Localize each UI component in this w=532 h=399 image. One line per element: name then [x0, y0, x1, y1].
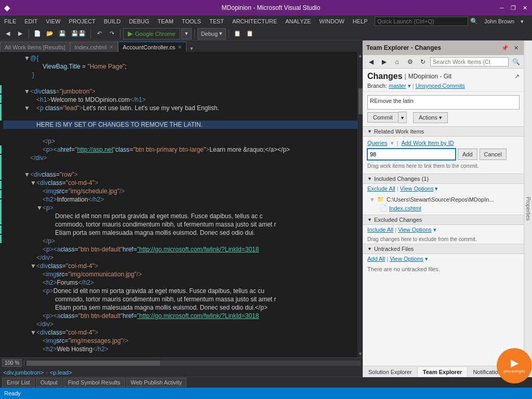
run-button[interactable]: ▶ Google Chrome — [123, 28, 180, 39]
save-all-button[interactable]: 💾💾 — [69, 28, 88, 39]
work-item-id-input[interactable] — [367, 149, 456, 160]
attach-button[interactable]: 📋 — [232, 28, 243, 39]
user-menu-button[interactable]: ▾ — [516, 16, 528, 27]
menu-tools[interactable]: TOOLS — [178, 16, 205, 27]
tab-index-cshtml[interactable]: Index.cshtml ✕ — [70, 42, 118, 52]
commit-button[interactable]: Commit — [367, 112, 398, 123]
te-pin-button[interactable]: 📌 — [500, 44, 510, 52]
zoom-level[interactable]: 100 % — [2, 359, 22, 367]
branch-dropdown-icon[interactable]: ▾ — [408, 83, 411, 89]
new-file-button[interactable]: 📄 — [32, 28, 43, 39]
te-settings-button[interactable]: ⚙ — [404, 57, 416, 67]
te-home-button[interactable]: ⌂ — [391, 57, 403, 67]
file-name-label[interactable]: Index.cshtml — [389, 205, 421, 211]
menu-project[interactable]: PROJECT — [64, 16, 99, 27]
expand-icon[interactable]: ▼ — [24, 104, 30, 112]
menu-analyze[interactable]: ANALYZE — [281, 16, 315, 27]
menu-test[interactable]: TEST — [205, 16, 228, 27]
tab-account-close-icon[interactable]: ✕ — [178, 44, 182, 50]
output-tab[interactable]: Output — [36, 378, 62, 387]
te-search-button[interactable]: 🔍 — [510, 57, 522, 67]
expand-icon[interactable]: ▼ — [24, 87, 30, 96]
unsynced-commits-link[interactable]: Unsynced Commits — [416, 83, 465, 89]
menu-architecture[interactable]: ARCHITECTURE — [228, 16, 281, 27]
queries-link[interactable]: Queries — [367, 140, 388, 147]
add-work-item-button[interactable]: Add — [458, 149, 477, 160]
restore-button[interactable]: ❐ — [508, 3, 518, 12]
expand-tree-icon[interactable]: ▼ — [369, 196, 375, 203]
breadcrumb-jumbotron[interactable]: <div.jumbotron> — [3, 369, 44, 376]
open-button[interactable]: 📂 — [44, 28, 56, 39]
te-forward-button[interactable]: ▶ — [378, 57, 390, 67]
te-search-input[interactable] — [430, 57, 509, 66]
menu-help[interactable]: HELP — [349, 16, 372, 27]
excluded-changes-header[interactable]: ▼ Excluded Changes — [363, 215, 524, 225]
web-publish-tab[interactable]: Web Publish Activity — [126, 378, 187, 387]
scroll-thumb[interactable] — [358, 88, 363, 114]
code-editor[interactable]: ▼ @{ ViewBag.Title = "Home Page"; } — [3, 52, 357, 357]
expand-icon[interactable]: ▼ — [30, 262, 36, 270]
expand-icon[interactable]: ▼ — [36, 204, 43, 212]
commit-message-input[interactable]: REmove the latin — [367, 95, 520, 110]
error-list-tab[interactable]: Error List — [2, 378, 35, 387]
undo-button[interactable]: ↶ — [94, 28, 105, 39]
tab-more-button[interactable]: ▾ — [187, 45, 197, 52]
cancel-work-item-button[interactable]: Cancel — [480, 149, 507, 160]
view-options-arrow-icon[interactable]: ▾ — [435, 185, 438, 192]
forward-button[interactable]: ▶ — [15, 28, 26, 39]
menu-view[interactable]: VIEW — [42, 16, 64, 27]
team-explorer-tab[interactable]: Team Explorer — [418, 367, 468, 377]
actions-button[interactable]: Actions ▾ — [413, 112, 448, 123]
te-refresh-button[interactable]: ↻ — [417, 57, 429, 67]
menu-debug[interactable]: DEBUG — [125, 16, 153, 27]
menu-file[interactable]: FILE — [0, 16, 20, 27]
branch-link[interactable]: master — [389, 83, 406, 89]
scroll-track[interactable] — [358, 59, 363, 350]
commit-dropdown-button[interactable]: ▾ — [398, 112, 407, 123]
quick-launch-input[interactable] — [375, 17, 468, 26]
minimize-button[interactable]: ─ — [497, 3, 507, 12]
te-expand-icon[interactable]: ↗ — [514, 73, 520, 80]
menu-edit[interactable]: EDIT — [20, 16, 42, 27]
config-dropdown[interactable]: Debug ▾ — [197, 28, 226, 39]
expand-icon[interactable]: ▼ — [30, 179, 36, 187]
close-button[interactable]: ✕ — [520, 3, 530, 12]
tab-work-items[interactable]: All Work Items [Results] — [0, 42, 70, 52]
file-item[interactable]: 📄 Index.cshtml — [367, 204, 520, 212]
menu-build[interactable]: BUILD — [100, 16, 125, 27]
hscroll-thumb[interactable] — [26, 361, 160, 366]
view-options-3-arrow-icon[interactable]: ▾ — [425, 256, 428, 262]
related-work-items-header[interactable]: ▼ Related Work Items — [363, 126, 524, 137]
tab-index-close-icon[interactable]: ✕ — [109, 44, 113, 50]
breadcrumb-lead[interactable]: <p.lead> — [50, 369, 72, 376]
view-options-link-2[interactable]: View Options — [398, 227, 432, 233]
view-options-link-1[interactable]: View Options — [400, 185, 434, 192]
included-changes-header[interactable]: ▼ Included Changes (1) — [363, 174, 524, 184]
add-by-id-link[interactable]: Add Work Item by ID — [401, 140, 454, 147]
exclude-all-link[interactable]: Exclude All — [367, 185, 395, 192]
attach2-button[interactable]: 📋 — [244, 28, 256, 39]
include-all-link[interactable]: Include All — [367, 227, 393, 233]
expand-icon[interactable]: ▼ — [24, 54, 30, 62]
scroll-down-arrow[interactable]: ▼ — [358, 350, 363, 357]
tab-account-controller[interactable]: AccountController.cs ✕ — [118, 42, 187, 52]
te-back-button[interactable]: ◀ — [365, 57, 377, 67]
te-close-button[interactable]: ✕ — [511, 44, 521, 52]
solution-explorer-tab[interactable]: Solution Explorer — [363, 367, 418, 377]
untracked-files-header[interactable]: ▼ Untracked Files — [363, 244, 524, 254]
run-dropdown-button[interactable]: ▾ — [181, 28, 192, 39]
add-all-link[interactable]: Add All — [367, 256, 385, 262]
back-button[interactable]: ◀ — [2, 28, 14, 39]
editor-vertical-scrollbar[interactable]: ▲ ▼ — [357, 52, 363, 357]
expand-icon[interactable]: ▼ — [30, 328, 36, 337]
save-button[interactable]: 💾 — [57, 28, 68, 39]
scroll-up-arrow[interactable]: ▲ — [358, 52, 363, 59]
menu-team[interactable]: TEAM — [153, 16, 178, 27]
view-options-link-3[interactable]: View Options — [390, 256, 423, 262]
expand-icon[interactable]: ▼ — [24, 170, 30, 179]
menu-window[interactable]: WINDOW — [315, 16, 349, 27]
redo-button[interactable]: ↷ — [106, 28, 117, 39]
horizontal-scrollbar[interactable] — [26, 361, 361, 366]
view-options-2-arrow-icon[interactable]: ▾ — [433, 227, 436, 233]
find-symbol-tab[interactable]: Find Symbol Results — [63, 378, 125, 387]
